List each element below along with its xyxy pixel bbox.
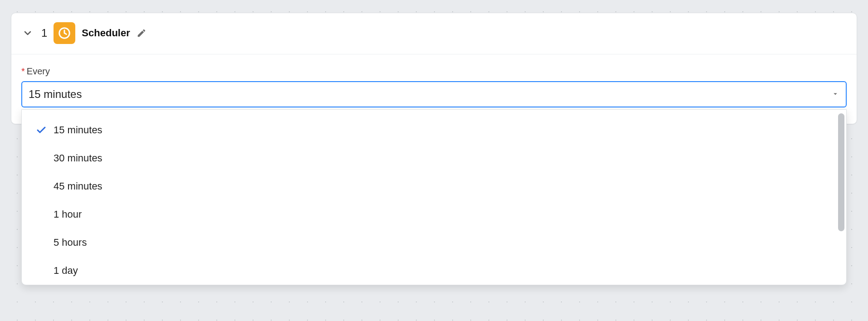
option-label: 30 minutes bbox=[54, 152, 102, 164]
select-caret bbox=[831, 88, 839, 101]
every-field-label: *Every bbox=[21, 66, 847, 77]
every-select: 15 minutes 15 minutes 30 minutes bbox=[21, 81, 847, 107]
step-body: *Every 15 minutes 15 minutes bbox=[11, 54, 857, 124]
required-indicator: * bbox=[21, 66, 25, 76]
check-icon bbox=[36, 125, 47, 136]
every-select-input[interactable]: 15 minutes bbox=[21, 81, 847, 107]
edit-step-name-button[interactable] bbox=[137, 28, 146, 38]
every-dropdown: 15 minutes 30 minutes 45 minutes 1 hour bbox=[21, 109, 847, 285]
pencil-icon bbox=[137, 28, 146, 38]
option-1-hour[interactable]: 1 hour bbox=[22, 200, 846, 229]
clock-icon bbox=[58, 26, 71, 40]
option-5-hours[interactable]: 5 hours bbox=[22, 229, 846, 257]
option-45-minutes[interactable]: 45 minutes bbox=[22, 172, 846, 200]
option-1-day[interactable]: 1 day bbox=[22, 257, 846, 285]
every-selected-value: 15 minutes bbox=[29, 88, 82, 101]
scheduler-step-card: 1 Scheduler *Every 15 minutes bbox=[11, 13, 857, 124]
scheduler-app-icon bbox=[54, 22, 75, 44]
step-title: Scheduler bbox=[82, 27, 130, 39]
chevron-down-icon bbox=[22, 28, 33, 39]
every-label-text: Every bbox=[27, 66, 50, 76]
option-15-minutes[interactable]: 15 minutes bbox=[22, 116, 846, 144]
option-label: 5 hours bbox=[54, 237, 87, 248]
caret-down-icon bbox=[831, 90, 839, 98]
step-number: 1 bbox=[41, 27, 47, 39]
collapse-toggle[interactable] bbox=[21, 27, 34, 39]
option-label: 1 hour bbox=[54, 209, 82, 220]
step-header: 1 Scheduler bbox=[11, 13, 857, 54]
option-label: 1 day bbox=[54, 265, 78, 277]
option-30-minutes[interactable]: 30 minutes bbox=[22, 144, 846, 172]
option-label: 45 minutes bbox=[54, 180, 102, 192]
option-check bbox=[35, 125, 47, 136]
dropdown-scrollbar[interactable] bbox=[838, 113, 844, 231]
every-dropdown-list[interactable]: 15 minutes 30 minutes 45 minutes 1 hour bbox=[22, 110, 846, 285]
option-label: 15 minutes bbox=[54, 124, 102, 136]
